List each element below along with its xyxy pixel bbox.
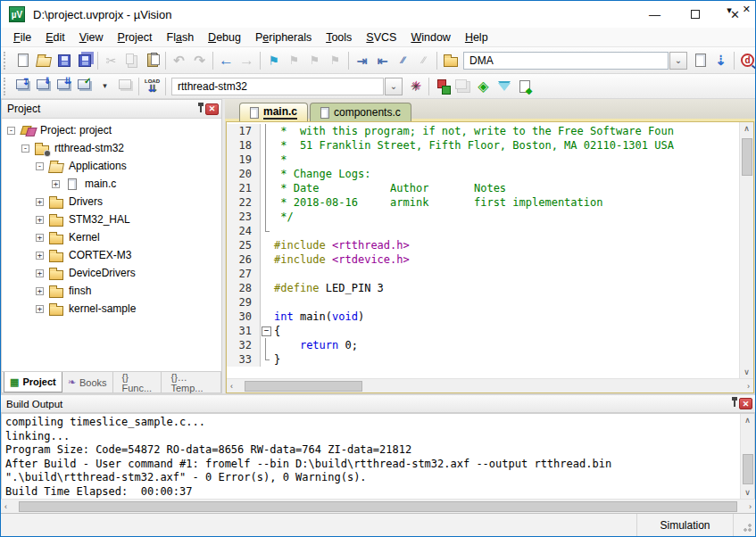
save-button[interactable]: [54, 51, 74, 70]
tree-expander[interactable]: +: [36, 234, 44, 242]
manage-rte-button[interactable]: ◈: [473, 77, 494, 96]
code-line[interactable]: 29: [227, 295, 739, 310]
tree-expander[interactable]: +: [52, 180, 60, 188]
find-combo-dropdown-button[interactable]: ⌄: [669, 52, 687, 70]
tree-item-rtthread-stm32[interactable]: - rtthread-stm32: [5, 139, 221, 157]
scroll-down-icon[interactable]: ∨: [744, 488, 751, 497]
code-line[interactable]: 19 *: [227, 153, 739, 167]
separator[interactable]: [165, 78, 166, 95]
code-line[interactable]: 30int main(void): [227, 310, 739, 324]
code-line[interactable]: 22 * 2018-08-16 armink first implementat…: [227, 195, 739, 210]
menu-file[interactable]: File: [6, 29, 38, 45]
batch-build-caret[interactable]: ▾: [95, 77, 115, 96]
separator[interactable]: [212, 52, 213, 70]
editor-vertical-scrollbar[interactable]: ∧ ∨: [739, 122, 753, 378]
indent-button[interactable]: ⇥: [352, 51, 372, 70]
build-output-close-button[interactable]: ✕: [739, 398, 752, 409]
editor-horizontal-scrollbar[interactable]: ‹ ›: [227, 378, 753, 392]
cut-button[interactable]: ✂: [101, 51, 121, 70]
menu-view[interactable]: View: [72, 29, 111, 45]
paste-button[interactable]: [142, 51, 162, 70]
code-line[interactable]: 28#define LED_PIN 3: [227, 281, 739, 295]
separator[interactable]: [428, 78, 429, 95]
tree-expander[interactable]: +: [36, 269, 44, 277]
redo-button[interactable]: ↷: [189, 51, 210, 70]
tree-item-kernel[interactable]: + Kernel: [5, 228, 221, 246]
scroll-down-icon[interactable]: ∨: [744, 368, 750, 376]
new-file-button[interactable]: [12, 51, 33, 70]
copy-button[interactable]: [121, 51, 142, 70]
code-line[interactable]: 20 * Change Logs:: [227, 167, 739, 181]
code-line[interactable]: 27: [227, 267, 739, 281]
scroll-thumb[interactable]: [245, 381, 362, 392]
menu-project[interactable]: Project: [111, 29, 160, 45]
menu-peripherals[interactable]: Peripherals: [248, 29, 319, 45]
panel-tab-books[interactable]: ❧ Books: [62, 372, 113, 392]
code-line[interactable]: 24: [227, 224, 739, 238]
target-select-dropdown-button[interactable]: ⌄: [385, 78, 403, 95]
tree-item-drivers[interactable]: + Drivers: [5, 193, 221, 211]
rebuild-all-button[interactable]: [54, 77, 74, 96]
tree-expander[interactable]: +: [36, 252, 44, 260]
separator[interactable]: [260, 52, 261, 70]
pin-icon[interactable]: [200, 106, 202, 112]
tree-expander[interactable]: +: [36, 216, 44, 224]
code-line[interactable]: 17 * with this program; if not, write to…: [227, 124, 739, 138]
unindent-button[interactable]: ⇤: [372, 51, 393, 70]
menu-help[interactable]: Help: [458, 29, 495, 45]
scroll-left-icon[interactable]: ‹: [230, 382, 233, 391]
navigate-back-button[interactable]: ←: [216, 51, 237, 70]
batch-build-button[interactable]: [74, 77, 95, 96]
tree-expander[interactable]: -: [36, 162, 44, 170]
tree-item-kernel-sample[interactable]: + kernel-sample: [5, 300, 221, 318]
separator[interactable]: [348, 52, 349, 70]
navigate-forward-button[interactable]: →: [237, 51, 257, 70]
incremental-find-button[interactable]: ⇣: [710, 51, 731, 70]
menu-debug[interactable]: Debug: [201, 29, 248, 45]
menu-flash[interactable]: Flash: [160, 29, 202, 45]
project-panel-close-button[interactable]: ✕: [205, 103, 219, 115]
menu-window[interactable]: Window: [403, 29, 457, 45]
tree-item-devicedrivers[interactable]: + DeviceDrivers: [5, 264, 221, 282]
prev-bookmark-button[interactable]: ⚑: [284, 51, 304, 70]
tree-expander[interactable]: +: [36, 305, 44, 313]
code-line[interactable]: 25#include <rtthread.h>: [227, 238, 739, 252]
scroll-right-icon[interactable]: ›: [747, 382, 750, 391]
tree-item-stm32-hal[interactable]: + STM32_HAL: [5, 211, 221, 228]
scroll-up-icon[interactable]: ∧: [744, 416, 751, 425]
scroll-left-icon[interactable]: ‹: [4, 502, 7, 511]
minimize-button[interactable]: —: [635, 1, 675, 28]
build-output-text[interactable]: compiling timeslice_sample.c...linking..…: [2, 414, 740, 499]
tree-item-applications[interactable]: - Applications: [5, 157, 221, 175]
panel-tab-functions[interactable]: {} Func...: [113, 372, 162, 392]
build-vertical-scrollbar[interactable]: ∧ ∨: [740, 414, 754, 499]
find-in-files-button[interactable]: [690, 51, 710, 70]
build-horizontal-scrollbar[interactable]: ‹ ›: [1, 499, 755, 513]
menu-tools[interactable]: Tools: [319, 29, 359, 45]
save-all-button[interactable]: [74, 51, 95, 70]
translate-button[interactable]: [12, 77, 33, 96]
toolbar-drag-handle[interactable]: [4, 78, 9, 95]
open-file-button[interactable]: [33, 51, 54, 70]
menu-svcs[interactable]: SVCS: [359, 29, 403, 45]
editor-tab-main-c[interactable]: main.c: [239, 103, 308, 121]
editor-tab-components-c[interactable]: components.c: [310, 103, 411, 121]
tree-item-project-root[interactable]: - Project: project: [5, 121, 221, 139]
code-line[interactable]: 31{: [227, 324, 739, 338]
tree-item-cortex-m3[interactable]: + CORTEX-M3: [5, 246, 221, 264]
scroll-up-icon[interactable]: ∧: [744, 124, 750, 133]
build-button[interactable]: [33, 77, 54, 96]
code-line[interactable]: 23 */: [227, 210, 739, 224]
tree-expander[interactable]: -: [21, 145, 29, 153]
scroll-thumb[interactable]: [19, 501, 737, 512]
separator[interactable]: [138, 78, 139, 95]
tree-item-finsh[interactable]: + finsh: [5, 282, 221, 300]
scroll-right-icon[interactable]: ›: [749, 502, 752, 511]
fold-margin[interactable]: [261, 324, 271, 338]
target-select-value[interactable]: rtthread-stm32: [171, 78, 384, 95]
stop-build-button[interactable]: [115, 77, 136, 96]
tree-item-main-c[interactable]: + main.c: [5, 175, 221, 193]
tree-expander[interactable]: +: [36, 198, 44, 206]
next-bookmark-button[interactable]: ⚑: [304, 51, 325, 70]
code-line[interactable]: 33}: [227, 352, 739, 367]
